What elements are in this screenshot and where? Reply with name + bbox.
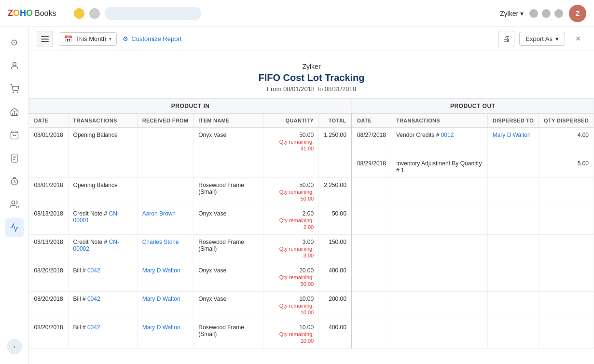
table-row: 08/20/2018Bill # 0042Mary D WaltonRosewo… bbox=[29, 320, 594, 349]
date-filter-dropdown[interactable]: 📅 This Month ▾ bbox=[59, 32, 117, 46]
cell-in-transaction: Credit Note # CN-00001 bbox=[68, 206, 137, 235]
col-out-date: DATE bbox=[352, 114, 391, 128]
cell-out-dispersed-to bbox=[487, 320, 539, 349]
received-from-link[interactable]: Mary D Walton bbox=[142, 324, 180, 331]
cell-in-total: 400.00 bbox=[319, 320, 352, 349]
transaction-link[interactable]: 0042 bbox=[87, 296, 100, 302]
cell-in-transaction: Bill # 0042 bbox=[68, 320, 137, 349]
table-row: 08/13/2018Credit Note # CN-00001Aaron Br… bbox=[29, 206, 594, 235]
col-in-item-name: ITEM NAME bbox=[193, 114, 263, 128]
sidebar-item-analytics[interactable] bbox=[5, 218, 24, 237]
content-area: 📅 This Month ▾ ⚙ Customize Report 🖨 Expo… bbox=[29, 27, 594, 364]
cell-out-dispersed-to bbox=[487, 263, 539, 292]
col-in-date: DATE bbox=[29, 114, 69, 128]
cell-out-transaction bbox=[391, 320, 487, 349]
cell-in-date: 08/01/2018 bbox=[29, 178, 69, 206]
col-in-total: TOTAL bbox=[319, 114, 352, 128]
cell-out-qty-dispersed bbox=[539, 292, 594, 320]
sidebar-item-inventory[interactable] bbox=[5, 79, 24, 98]
received-from-link[interactable]: Charles Stone bbox=[142, 239, 179, 245]
top-search-bar[interactable] bbox=[105, 7, 201, 20]
cell-in-item: Rosewood Frame (Small) bbox=[193, 320, 263, 349]
cell-out-qty-dispersed: 4.00 bbox=[539, 128, 594, 156]
cell-out-qty-dispersed bbox=[539, 235, 594, 263]
cell-in-item: Rosewood Frame (Small) bbox=[193, 178, 263, 206]
cell-in-quantity: 10.00Qty remaining: 10.00 bbox=[263, 292, 318, 320]
cell-in-item: Rosewood Frame (Small) bbox=[193, 235, 263, 263]
status-dot-yellow bbox=[74, 8, 84, 19]
cell-out-date bbox=[352, 235, 391, 263]
cell-out-date: 08/29/2018 bbox=[352, 156, 391, 178]
cell-in-total: 50.00 bbox=[319, 206, 352, 235]
cell-out-transaction bbox=[391, 206, 487, 235]
top-right: Zylker ▾ Z bbox=[500, 5, 586, 22]
qty-remaining: Qty remaining: 41.00 bbox=[279, 139, 314, 151]
cell-in-total: 200.00 bbox=[319, 292, 352, 320]
status-dot-gray bbox=[89, 8, 100, 19]
hamburger-line-3 bbox=[41, 41, 49, 42]
user-name[interactable]: Zylker ▾ bbox=[500, 10, 524, 17]
transaction-link[interactable]: CN-00001 bbox=[73, 210, 119, 224]
cell-in-quantity: 50.00Qty remaining: 50.00 bbox=[263, 178, 318, 206]
cell-out-transaction bbox=[391, 263, 487, 292]
cell-out-qty-dispersed bbox=[539, 320, 594, 349]
cell-in-quantity: 10.00Qty remaining: 10.00 bbox=[263, 320, 318, 349]
cell-in-total: 2,250.00 bbox=[319, 178, 352, 206]
sidebar-item-timer[interactable] bbox=[5, 172, 24, 191]
out-transaction-link[interactable]: 0012 bbox=[441, 132, 454, 138]
cell-out-transaction bbox=[391, 292, 487, 320]
cell-out-transaction: Vendor Credits # 0012 bbox=[391, 128, 487, 156]
received-from-link[interactable]: Mary D Walton bbox=[142, 296, 180, 302]
cell-in-quantity: 2.00Qty remaining: 2.00 bbox=[263, 206, 318, 235]
cell-in-transaction: Opening Balance bbox=[68, 178, 137, 206]
cell-in-total bbox=[319, 156, 352, 178]
qty-remaining: Qty remaining: 10.00 bbox=[279, 331, 314, 344]
dispersed-to-link[interactable]: Mary D Walton bbox=[493, 132, 531, 138]
section-product-in: PRODUCT IN bbox=[29, 99, 352, 114]
user-avatar[interactable]: Z bbox=[569, 5, 586, 22]
transaction-link[interactable]: 0042 bbox=[87, 267, 100, 274]
received-from-link[interactable]: Aaron Brown bbox=[142, 210, 176, 217]
cell-in-received-from bbox=[137, 178, 193, 206]
report-company: Zylker bbox=[37, 63, 586, 70]
sidebar-item-contacts[interactable] bbox=[5, 56, 24, 75]
cell-out-qty-dispersed bbox=[539, 263, 594, 292]
transaction-link[interactable]: 0042 bbox=[87, 324, 100, 331]
qty-remaining: Qty remaining: 50.00 bbox=[279, 274, 314, 287]
hamburger-button[interactable] bbox=[37, 31, 53, 47]
qty-remaining: Qty remaining: 3.00 bbox=[279, 246, 314, 258]
cell-in-quantity bbox=[263, 156, 318, 178]
cell-out-dispersed-to bbox=[487, 292, 539, 320]
zoho-logo: ZOHO bbox=[8, 8, 33, 18]
cell-in-item: Onyx Vase bbox=[193, 128, 263, 156]
export-button[interactable]: Export As ▾ bbox=[519, 32, 565, 46]
transaction-link[interactable]: CN-00002 bbox=[73, 239, 119, 252]
sidebar-item-orders[interactable] bbox=[5, 125, 24, 145]
received-from-link[interactable]: Mary D Walton bbox=[142, 267, 180, 274]
cell-out-date bbox=[352, 206, 391, 235]
svg-point-0 bbox=[13, 62, 16, 66]
export-arrow-icon: ▾ bbox=[555, 35, 559, 42]
toolbar: 📅 This Month ▾ ⚙ Customize Report 🖨 Expo… bbox=[29, 27, 594, 51]
col-header-row: DATE TRANSACTIONS RECEIVED FROM ITEM NAM… bbox=[29, 114, 594, 128]
hamburger-line-1 bbox=[41, 36, 49, 37]
cell-out-date bbox=[352, 263, 391, 292]
sidebar-item-accountant[interactable] bbox=[5, 195, 24, 214]
export-label: Export As bbox=[525, 35, 553, 42]
sidebar-item-dashboard[interactable]: ⊙ bbox=[5, 33, 24, 52]
qty-remaining: Qty remaining: 2.00 bbox=[279, 217, 314, 230]
cell-out-dispersed-to bbox=[487, 156, 539, 178]
customize-report-link[interactable]: ⚙ Customize Report bbox=[123, 35, 181, 42]
sidebar-item-banking[interactable] bbox=[5, 102, 24, 121]
col-in-transactions: TRANSACTIONS bbox=[68, 114, 137, 128]
books-label: Books bbox=[35, 9, 56, 18]
sidebar-collapse-toggle[interactable]: › bbox=[7, 339, 22, 354]
section-product-out: PRODUCT OUT bbox=[352, 99, 594, 114]
cell-out-transaction: Inventory Adjustment By Quantity # 1 bbox=[391, 156, 487, 178]
sidebar-item-invoices[interactable] bbox=[5, 148, 24, 168]
close-button[interactable]: × bbox=[570, 31, 586, 47]
print-button[interactable]: 🖨 bbox=[498, 31, 514, 47]
cell-in-item: Onyx Vase bbox=[193, 292, 263, 320]
cell-in-total: 150.00 bbox=[319, 235, 352, 263]
cell-in-date: 08/01/2018 bbox=[29, 128, 69, 156]
